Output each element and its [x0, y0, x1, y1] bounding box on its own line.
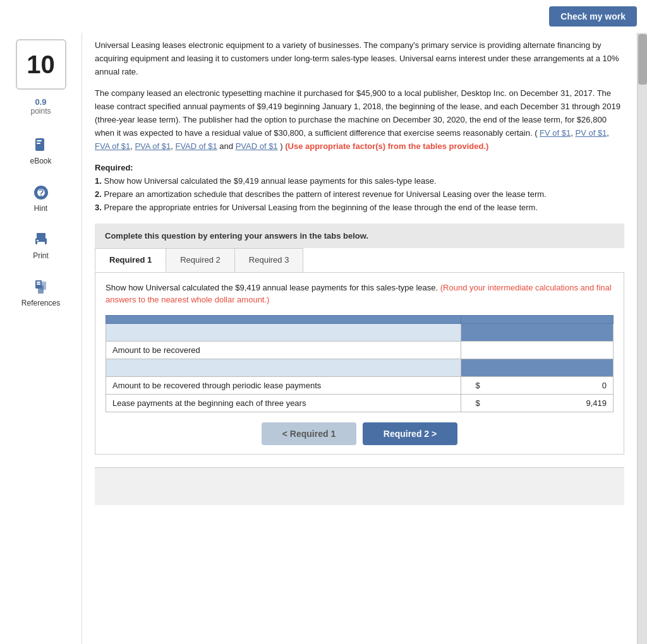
paragraph2-post: ) — [280, 141, 285, 151]
required-section: Required: 1. Show how Universal calculat… — [95, 162, 624, 214]
table-row: Lease payments at the beginning each of … — [106, 394, 614, 412]
next-button[interactable]: Required 2 > — [363, 422, 457, 445]
tab-required3-label: Required 3 — [249, 255, 289, 265]
amount-recover-label: Amount to be recovered — [106, 341, 461, 359]
paragraph1: Universal Leasing leases electronic equi… — [95, 39, 624, 78]
question-number: 10 — [27, 51, 55, 79]
lease-table: Amount to be recovered Amount to be reco… — [106, 315, 614, 412]
fvad1-link[interactable]: FVAD of $1 — [175, 141, 217, 151]
req2-text: Prepare an amortization schedule that de… — [104, 189, 546, 199]
sidebar-item-references[interactable]: References — [15, 274, 66, 311]
content-area: Universal Leasing leases electronic equi… — [82, 33, 637, 644]
tabs-container: Required 1 Required 2 Required 3 — [95, 248, 624, 273]
next-button-label: Required 2 > — [384, 429, 437, 439]
blue-row2-value[interactable] — [461, 359, 614, 376]
scrollbar[interactable] — [637, 33, 647, 644]
lease-pay-label: Lease payments at the beginning each of … — [106, 394, 461, 412]
amount-recover-input[interactable] — [461, 341, 614, 359]
references-label: References — [21, 299, 60, 307]
hint-icon — [32, 183, 51, 202]
svg-rect-7 — [37, 233, 45, 238]
and-text: and — [219, 141, 235, 151]
table-header-col1 — [106, 315, 461, 323]
ebook-label: eBook — [30, 157, 51, 165]
tab-required1[interactable]: Required 1 — [95, 248, 166, 272]
tab-required2[interactable]: Required 2 — [166, 248, 235, 272]
pv1-link[interactable]: PV of $1 — [575, 128, 607, 138]
nav-buttons: < Required 1 Required 2 > — [106, 422, 614, 445]
tab-required2-label: Required 2 — [180, 255, 221, 265]
sidebar-item-ebook[interactable]: eBook — [23, 132, 57, 169]
table-row: Amount to be recovered — [106, 341, 614, 359]
main-layout: 10 0.9 points eBook — [0, 33, 647, 644]
req3-text: Prepare the appropriate entries for Univ… — [104, 203, 538, 212]
tab1-content: Show how Universal calculated the $9,419… — [95, 273, 624, 455]
bottom-gray-bar — [95, 467, 624, 505]
fv1-link[interactable]: FV of $1 — [540, 128, 571, 138]
periodic-value[interactable]: 0 — [494, 376, 614, 394]
sidebar-item-print[interactable]: Print — [25, 227, 57, 264]
pva1-link[interactable]: PVA of $1 — [135, 141, 171, 151]
question-number-box: 10 — [16, 39, 66, 90]
instruction-text: Complete this question by entering your … — [105, 231, 368, 241]
required-label: Required: — [95, 163, 133, 172]
tab-required3[interactable]: Required 3 — [234, 248, 304, 272]
periodic-label: Amount to be recovered through periodic … — [106, 376, 461, 394]
row-header-blue-label — [106, 323, 461, 341]
points-value: 0.9 — [35, 97, 46, 107]
tab-required1-label: Required 1 — [109, 255, 152, 265]
prev-button[interactable]: < Required 1 — [262, 422, 356, 445]
svg-rect-15 — [40, 282, 46, 290]
lease-pay-currency: $ — [461, 394, 494, 412]
tab-instruction-text: Show how Universal calculated the $9,419… — [106, 283, 438, 292]
periodic-currency: $ — [461, 376, 494, 394]
svg-rect-1 — [37, 140, 42, 141]
table-row — [106, 323, 614, 341]
hint-label: Hint — [34, 204, 47, 213]
references-icon — [32, 278, 51, 297]
factor-note: (Use appropriate factor(s) from the tabl… — [285, 141, 488, 151]
print-label: Print — [33, 251, 49, 260]
table-row — [106, 359, 614, 376]
sidebar: 10 0.9 points eBook — [0, 33, 82, 644]
table-row: Amount to be recovered through periodic … — [106, 376, 614, 394]
scrollbar-thumb[interactable] — [638, 34, 647, 85]
check-my-work-button[interactable]: Check my work — [549, 6, 637, 27]
svg-rect-12 — [37, 282, 40, 283]
svg-rect-13 — [37, 283, 40, 285]
prev-button-label: < Required 1 — [282, 429, 336, 439]
instruction-box: Complete this question by entering your … — [95, 224, 624, 248]
lease-pay-value: 9,419 — [494, 394, 614, 412]
tab-instruction: Show how Universal calculated the $9,419… — [106, 282, 614, 306]
svg-point-6 — [40, 195, 42, 196]
table-header-col2 — [461, 315, 614, 323]
print-icon — [32, 230, 51, 249]
blue-row2-label — [106, 359, 461, 376]
row-header-blue-value[interactable] — [461, 323, 614, 341]
paragraph2: The company leased an electronic typeset… — [95, 87, 624, 153]
req1-text: Show how Universal calculated the $9,419… — [104, 176, 436, 186]
pvad1-link[interactable]: PVAD of $1 — [236, 141, 278, 151]
sidebar-item-hint[interactable]: Hint — [25, 179, 57, 217]
book-icon — [32, 136, 51, 155]
svg-rect-9 — [37, 242, 45, 246]
points-label: points — [30, 107, 51, 116]
svg-rect-10 — [37, 240, 39, 241]
top-bar: Check my work — [0, 0, 647, 33]
fva1-link[interactable]: FVA of $1 — [95, 141, 130, 151]
svg-rect-2 — [37, 143, 40, 144]
